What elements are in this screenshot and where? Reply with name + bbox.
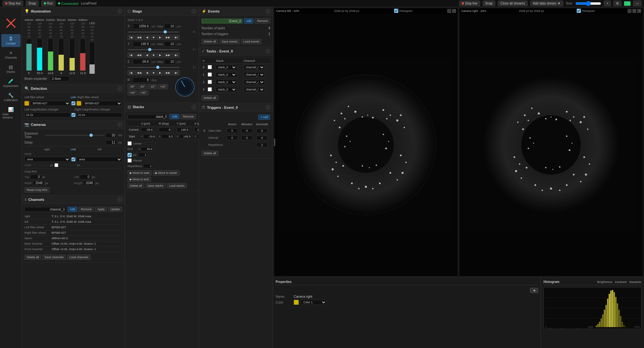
- start-r-input[interactable]: [161, 134, 174, 139]
- x-step[interactable]: 10: [164, 24, 175, 29]
- stack-name-box[interactable]: stack_0: [128, 114, 168, 119]
- channels-info-btn[interactable]: i: [118, 197, 122, 202]
- y-next-btn[interactable]: ▶: [157, 52, 163, 58]
- stage-header[interactable]: ⬡ Stage i: [125, 7, 199, 16]
- move-to-start-btn[interactable]: ▶ Move to start: [128, 170, 152, 175]
- task-stack-2[interactable]: stack_0: [216, 80, 237, 85]
- sidebar-item-stacks[interactable]: ▤ Stacks: [1, 62, 21, 75]
- move-to-end-btn[interactable]: ▶ Move to end: [128, 177, 151, 182]
- cameras-header[interactable]: 📷 Cameras i: [22, 120, 125, 129]
- events-info-btn[interactable]: i: [266, 9, 270, 14]
- sidebar-item-experiment[interactable]: 🧪 Experiment: [1, 77, 21, 89]
- triggers-header[interactable]: ⏱ Triggers - Event_0 i: [199, 103, 273, 112]
- stage-info-btn[interactable]: i: [192, 9, 196, 14]
- channel-update-btn[interactable]: Update: [108, 207, 122, 212]
- az-checkbox[interactable]: [128, 153, 132, 157]
- stacks-delete-btn[interactable]: Delete all: [128, 183, 144, 188]
- color-select[interactable]: Color 1: [301, 300, 327, 305]
- x-prev-btn[interactable]: ◀: [144, 35, 150, 40]
- right-filter-select[interactable]: BP580-627: [82, 101, 122, 106]
- task-check-2[interactable]: [208, 80, 212, 84]
- camera-right-min-btn[interactable]: _: [628, 9, 631, 13]
- ch-slider-488[interactable]: [37, 39, 43, 71]
- z-end-btn[interactable]: ▶|: [173, 70, 180, 75]
- x-value[interactable]: 1056.6: [133, 24, 150, 29]
- add-data-stream-btn[interactable]: Add data stream ▼: [530, 1, 563, 6]
- events-save-btn[interactable]: Save events: [220, 39, 240, 44]
- stack-remove-btn[interactable]: Remove: [181, 114, 196, 119]
- cameras-info-btn[interactable]: i: [118, 122, 122, 127]
- start-minutes-input[interactable]: [241, 128, 252, 133]
- close-all-streams-btn[interactable]: Close all streams: [498, 1, 528, 6]
- start-hours-input[interactable]: [227, 128, 238, 133]
- event-add-btn[interactable]: Add: [244, 18, 253, 24]
- ch-slider-638[interactable]: [80, 39, 86, 71]
- channel-add-btn[interactable]: Add: [68, 207, 77, 212]
- az-input[interactable]: [138, 153, 148, 157]
- lines-value[interactable]: [33, 165, 49, 166]
- run-btn[interactable]: Run: [41, 1, 55, 6]
- stacks-info-btn[interactable]: i: [192, 105, 196, 109]
- channels-delete-btn[interactable]: Delete all: [24, 255, 41, 260]
- beam-expander-value[interactable]: 2.4um: [50, 76, 69, 81]
- exposure-value[interactable]: 50: [106, 133, 117, 138]
- reps-input[interactable]: [256, 143, 268, 147]
- x-back-btn[interactable]: ◀◀: [135, 35, 143, 40]
- height-value[interactable]: 2048: [83, 181, 95, 185]
- exposure-slider[interactable]: [45, 135, 104, 136]
- detection-header[interactable]: 🔍 Detection i: [22, 84, 125, 93]
- y-back-btn[interactable]: ◀◀: [135, 52, 143, 58]
- tasks-delete-btn[interactable]: Delete all: [202, 95, 218, 100]
- left-filter-select[interactable]: BP580-627: [30, 101, 70, 106]
- left-roi-value[interactable]: 0: [80, 174, 91, 179]
- r-pos30-btn[interactable]: +30°: [138, 90, 148, 95]
- y-value[interactable]: 148.9: [133, 41, 150, 47]
- tasks-info-btn[interactable]: i: [266, 49, 270, 53]
- size-slider[interactable]: [575, 1, 601, 6]
- illumination-header[interactable]: 💡 Illumination i: [22, 7, 125, 16]
- task-check-1[interactable]: [208, 72, 212, 77]
- trigger-add-btn[interactable]: + Add: [258, 115, 270, 120]
- event-remove-btn[interactable]: Remove: [255, 18, 270, 24]
- ch-slider-515[interactable]: [48, 39, 53, 71]
- triggers-info-btn[interactable]: i: [266, 105, 270, 110]
- y-fwd-btn[interactable]: ▶▶: [164, 52, 172, 58]
- start-x-input[interactable]: [197, 134, 199, 139]
- channel-remove-btn[interactable]: Remove: [79, 207, 94, 212]
- interval-hours-input[interactable]: [227, 136, 238, 140]
- stacks-save-btn[interactable]: Save stacks: [146, 183, 166, 188]
- r-neg30-btn[interactable]: -30°: [128, 84, 137, 89]
- settings-btn[interactable]: ⚙: [613, 1, 621, 6]
- r-neg10-btn[interactable]: -10°: [148, 84, 157, 89]
- triggers-delete-btn[interactable]: Delete all: [202, 151, 218, 156]
- camera-right-histogram-check[interactable]: [577, 9, 581, 13]
- start-y-input[interactable]: [179, 134, 192, 139]
- end-input[interactable]: [141, 147, 154, 151]
- camera-left-max-btn[interactable]: □: [452, 9, 456, 13]
- mode-right-select[interactable]: area: [24, 157, 70, 162]
- interval-seconds-input[interactable]: [256, 136, 268, 140]
- minimize-btn[interactable]: —: [633, 1, 641, 6]
- z-fwd-btn[interactable]: ▶▶: [164, 70, 172, 75]
- camera-left-histogram-check[interactable]: [394, 9, 398, 13]
- task-stack-3[interactable]: stack_0: [216, 87, 237, 92]
- mode-link-checkbox[interactable]: [71, 157, 75, 161]
- z-next-btn[interactable]: ▶: [157, 70, 163, 75]
- events-delete-btn[interactable]: Delete all: [202, 39, 218, 44]
- channels-load-btn[interactable]: Load channels: [67, 255, 91, 260]
- task-channel-0[interactable]: channel_0: [244, 65, 265, 70]
- stacks-reps-input[interactable]: [143, 164, 153, 168]
- tasks-header[interactable]: ✓ Tasks - Event_0 i: [199, 47, 273, 56]
- properties-toggle-btn[interactable]: ◀: [530, 288, 538, 293]
- task-channel-3[interactable]: channel_3: [244, 87, 265, 92]
- y-start-btn[interactable]: |◀: [128, 52, 134, 58]
- start-seconds-input[interactable]: [256, 128, 268, 133]
- r-pos40-btn[interactable]: +40°: [128, 90, 137, 95]
- detection-info-btn[interactable]: i: [118, 86, 122, 91]
- snap-btn[interactable]: Snap: [26, 1, 38, 6]
- snap-btn2[interactable]: Snap: [483, 1, 495, 6]
- stop-live-btn2[interactable]: Stop live: [459, 1, 480, 6]
- y-step[interactable]: 10: [164, 41, 175, 47]
- channel-name-box[interactable]: channel_3: [24, 207, 66, 212]
- task-stack-0[interactable]: stack_0: [216, 65, 237, 70]
